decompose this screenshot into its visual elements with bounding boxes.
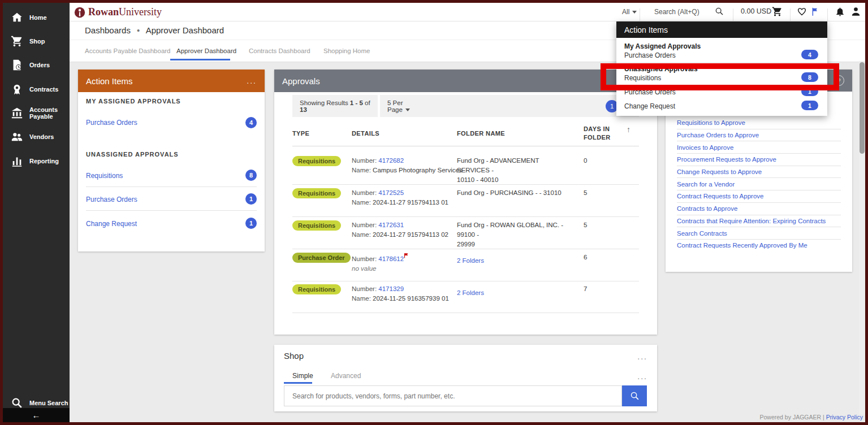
tab-menu-button[interactable]: ...	[637, 372, 647, 381]
scrollbar-thumb[interactable]	[860, 62, 865, 154]
sidebar-item-shop[interactable]: Shop	[3, 29, 70, 53]
action-item-link[interactable]: Purchase Orders	[86, 119, 137, 127]
action-item-link[interactable]: Requisitions	[86, 172, 123, 180]
university-logo[interactable]: RowanUniversity	[74, 5, 162, 20]
sidebar-item-home[interactable]: Home	[3, 6, 70, 29]
document-number-link[interactable]: 4178612	[378, 255, 404, 262]
document-number-link[interactable]: 4171329	[378, 285, 404, 292]
global-search-input[interactable]: Search (Alt+Q)	[654, 8, 699, 16]
sidebar-item-orders[interactable]: Orders	[3, 53, 70, 77]
section-heading: UNASSIGNED APPROVALS	[86, 151, 179, 158]
action-item-link[interactable]: Purchase Orders	[86, 196, 137, 203]
panel-menu-button[interactable]: ...	[637, 352, 647, 361]
sidebar-item-label: Contracts	[29, 86, 58, 93]
orders-icon	[11, 59, 23, 71]
folder-link[interactable]: 2 Folders	[457, 256, 484, 266]
quick-link[interactable]: Search Contracts	[677, 227, 841, 240]
topbar-divider	[640, 8, 640, 21]
sidebar-collapse-button[interactable]: ←	[3, 408, 70, 422]
document-number-link[interactable]: 4172631	[378, 222, 404, 228]
divider	[292, 216, 639, 217]
collapse-arrow-icon: ←	[32, 410, 41, 420]
tab-simple[interactable]: Simple	[292, 372, 313, 380]
tab-approver-dashboard[interactable]: Approver Dashboard	[176, 47, 236, 54]
action-item-label[interactable]: Change Request	[86, 220, 137, 228]
dropdown-title: Action Items	[624, 25, 668, 34]
app-window: Home Shop Orders Contracts Accounts Paya…	[0, 0, 868, 425]
sidebar-item-accounts-payable[interactable]: Accounts Payable	[3, 101, 70, 125]
sidebar-item-label: Reporting	[29, 158, 59, 164]
breadcrumb-section[interactable]: Dashboards	[85, 25, 131, 35]
approvals-panel-header: Approvals	[274, 70, 657, 92]
scope-dropdown-label: All	[622, 8, 629, 16]
flag-icon[interactable]	[811, 7, 820, 16]
per-page-select[interactable]: 5 Per Page	[387, 99, 416, 113]
quick-links-list: Requisitions to Approve Purchase Orders …	[677, 117, 841, 251]
sidebar-item-vendors[interactable]: Vendors	[3, 125, 70, 149]
red-flag-icon	[404, 253, 409, 258]
sidebar-item-label: Vendors	[29, 133, 54, 140]
tab-advanced[interactable]: Advanced	[331, 372, 361, 380]
column-header-days-in-folder[interactable]: DAYS INFOLDER	[584, 125, 611, 142]
page-title: Approver Dashboard	[146, 25, 224, 35]
cart-icon[interactable]	[772, 6, 783, 17]
active-tab-underline	[284, 382, 312, 384]
folder-name: Fund Org - ADVANCEMENT SERVICES -10110 -…	[457, 156, 570, 185]
document-number-link[interactable]: 4172525	[378, 189, 404, 196]
divider	[292, 146, 639, 146]
shop-search-input[interactable]	[284, 385, 622, 406]
section-heading: MY ASSIGNED APPROVALS	[86, 98, 181, 105]
sort-ascending-icon[interactable]: ↑	[627, 125, 631, 134]
tab-accounts-payable-dashboard[interactable]: Accounts Payable Dashboard	[85, 47, 171, 54]
tab-contracts-dashboard[interactable]: Contracts Dashboard	[249, 47, 310, 54]
tab-shopping-home[interactable]: Shopping Home	[323, 47, 370, 54]
action-items-panel: Action Items ... MY ASSIGNED APPROVALS P…	[78, 70, 265, 251]
action-item-link[interactable]: Change Request	[86, 220, 137, 228]
action-item-label[interactable]: Requisitions	[86, 172, 123, 180]
quick-link[interactable]: Invoices to Approve	[677, 141, 841, 154]
quick-link[interactable]: Procurement Requests to Approve	[677, 154, 841, 166]
quick-link[interactable]: Purchase Orders to Approve	[677, 129, 841, 142]
count-badge: 8	[245, 170, 257, 181]
cart-total[interactable]: 0.00 USD	[741, 7, 771, 15]
privacy-policy-link[interactable]: Privacy Policy	[826, 414, 863, 420]
topbar-divider	[790, 8, 791, 21]
panel-title: Action Items	[86, 76, 133, 86]
dropdown-header: Action Items	[616, 21, 827, 38]
scope-dropdown[interactable]: All	[622, 8, 637, 16]
powered-by-text: Powered by JAGGAER	[760, 414, 822, 420]
top-bar: RowanUniversity All Search (Alt+Q) 0.00 …	[70, 3, 865, 21]
search-icon[interactable]	[715, 7, 724, 16]
highlight-annotation-box	[601, 63, 839, 90]
folder-link[interactable]: 2 Folders	[457, 288, 484, 298]
quick-link[interactable]: Contract Requests Recently Approved By M…	[677, 240, 841, 251]
results-summary: Showing Results 1 - 5 of 13	[292, 95, 378, 117]
document-number-link[interactable]: 4172682	[378, 157, 404, 164]
sidebar-item-reporting[interactable]: Reporting	[3, 149, 70, 173]
user-profile-icon[interactable]	[850, 6, 861, 17]
divider	[86, 210, 257, 211]
action-item-label[interactable]: Purchase Orders	[86, 196, 137, 203]
shop-search-button[interactable]	[622, 385, 647, 406]
dropdown-item-change-request[interactable]: Change Request	[624, 102, 819, 110]
quick-link[interactable]: Requisitions to Approve	[677, 117, 841, 129]
days-in-folder: 6	[584, 253, 587, 262]
quick-link[interactable]: Contract Requests to Approve	[677, 190, 841, 203]
action-item-label[interactable]: Purchase Orders	[86, 119, 137, 127]
favorites-heart-icon[interactable]	[797, 7, 807, 16]
logo-text-bold: Rowan	[88, 6, 119, 18]
chevron-down-icon	[632, 11, 637, 14]
type-badge: Purchase Order	[292, 253, 351, 263]
notifications-bell-icon[interactable]	[835, 6, 845, 17]
sidebar-item-contracts[interactable]: Contracts	[3, 77, 70, 101]
quick-link[interactable]: Contracts to Approve	[677, 203, 841, 215]
folder-name: Fund Org - ROWAN GLOBAL, INC. - 99100 -2…	[457, 220, 570, 249]
dropdown-group-heading: My Assigned Approvals	[624, 42, 819, 50]
panel-menu-button[interactable]: ...	[247, 76, 257, 85]
quick-link[interactable]: Search for a Vendor	[677, 178, 841, 190]
dropdown-item-purchase-orders[interactable]: Purchase Orders	[624, 51, 819, 59]
footer-separator: |	[823, 414, 824, 420]
divider	[616, 62, 827, 63]
quick-link[interactable]: Contracts that Require Attention: Expiri…	[677, 215, 841, 228]
quick-link[interactable]: Change Requests to Approve	[677, 166, 841, 179]
